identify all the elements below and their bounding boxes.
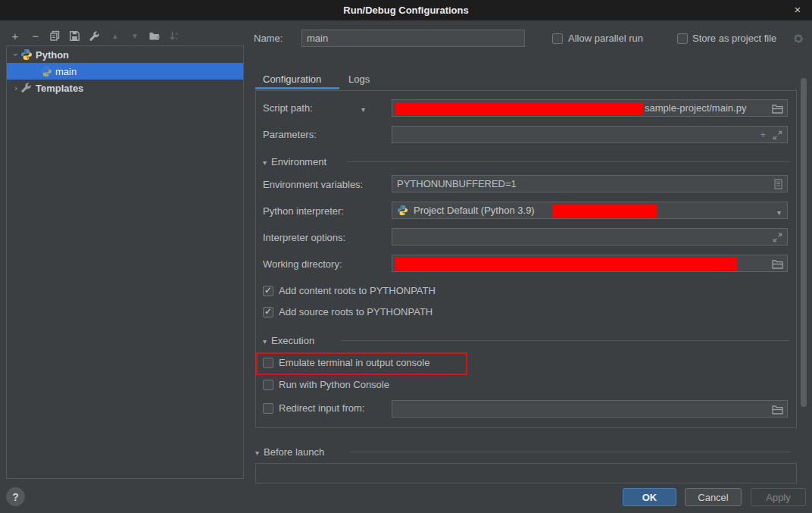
add-content-roots-label: Add content roots to PYTHONPATH (279, 285, 436, 296)
tree-item-label: main (55, 66, 77, 77)
redaction-block (395, 258, 738, 271)
move-down-button[interactable]: ▼ (127, 28, 142, 43)
execution-section-label: Execution (271, 335, 314, 346)
name-value: main (307, 33, 328, 44)
emulate-terminal-label: Emulate terminal in output console (279, 357, 429, 368)
store-as-project-file-checkbox[interactable] (677, 33, 688, 44)
save-icon (69, 30, 80, 42)
add-source-roots-label: Add source roots to PYTHONPATH (279, 306, 433, 317)
add-configuration-button[interactable]: + (8, 28, 23, 43)
dialog-title: Run/Debug Configurations (343, 5, 468, 16)
sort-az-icon: az (169, 30, 180, 42)
tree-item-main[interactable]: main (7, 63, 243, 80)
working-directory-input[interactable] (392, 255, 788, 272)
close-icon[interactable]: × (791, 3, 804, 17)
python-interpreter-value: Project Default (Python 3.9) (414, 205, 535, 216)
collapse-triangle-icon[interactable]: ▾ (263, 337, 267, 346)
add-content-roots-checkbox[interactable] (263, 286, 273, 296)
expand-field-icon[interactable] (773, 130, 782, 140)
copy-icon (49, 30, 61, 42)
before-launch-task-list[interactable] (255, 463, 797, 483)
redaction-block (552, 205, 657, 217)
python-interpreter-select[interactable]: Project Default (Python 3.9) ▾ (392, 202, 788, 219)
redirect-input-label: Redirect input from: (279, 402, 364, 414)
redirect-input-checkbox[interactable] (263, 403, 273, 414)
combo-dropdown-icon[interactable]: ▾ (777, 208, 781, 217)
chevron-right-icon[interactable]: › (11, 83, 20, 92)
redirect-input-file-input[interactable] (392, 400, 788, 418)
name-input[interactable]: main (301, 30, 525, 47)
collapse-triangle-icon[interactable]: ▾ (255, 449, 259, 457)
vertical-scrollbar[interactable] (801, 78, 807, 407)
allow-parallel-run-label: Allow parallel run (568, 33, 643, 44)
name-label: Name: (254, 33, 283, 44)
interpreter-options-input[interactable] (392, 228, 788, 246)
interpreter-options-label: Interpreter options: (263, 232, 345, 243)
tree-item-python[interactable]: › Python (7, 46, 243, 63)
chevron-down-icon[interactable]: › (11, 50, 20, 59)
wrench-icon (20, 82, 33, 94)
before-launch-section-label: Before launch (264, 446, 324, 458)
tree-item-templates[interactable]: › Templates (7, 80, 243, 96)
tab-configuration[interactable]: Configuration (263, 74, 321, 85)
help-button[interactable]: ? (6, 487, 25, 506)
move-up-button[interactable]: ▲ (108, 28, 123, 43)
env-variables-label: Environment variables: (263, 179, 363, 190)
python-logo-icon (397, 205, 409, 217)
tab-logs[interactable]: Logs (348, 74, 370, 85)
script-path-label: Script path: (263, 102, 313, 114)
copy-configuration-button[interactable] (47, 28, 62, 43)
parameters-input[interactable]: + (392, 126, 788, 143)
emulate-terminal-checkbox[interactable] (263, 358, 273, 368)
save-configuration-button[interactable] (67, 28, 82, 43)
add-source-roots-checkbox[interactable] (263, 307, 273, 317)
edit-templates-button[interactable] (86, 28, 102, 43)
svg-text:z: z (175, 36, 177, 41)
script-path-input[interactable]: sample-project/main.py (392, 99, 788, 117)
insert-macro-plus-icon[interactable]: + (760, 129, 766, 140)
working-directory-label: Working directory: (263, 258, 342, 270)
python-logo-icon (20, 48, 33, 61)
configurations-tree: › Python main › Templates (6, 45, 244, 479)
allow-parallel-run-checkbox[interactable] (552, 33, 563, 44)
arrow-down-icon: ▼ (131, 32, 139, 40)
wrench-icon (89, 30, 100, 42)
plus-icon: + (12, 30, 19, 42)
env-variables-input[interactable]: PYTHONUNBUFFERED=1 (392, 175, 788, 192)
svg-text:a: a (175, 31, 178, 36)
parameters-label: Parameters: (263, 129, 317, 140)
minus-icon: − (33, 30, 39, 42)
run-with-python-console-checkbox[interactable] (263, 380, 273, 390)
apply-button[interactable]: Apply (751, 488, 806, 506)
browse-variables-icon[interactable] (773, 179, 783, 189)
section-divider (350, 452, 790, 452)
question-mark-icon: ? (12, 491, 19, 503)
tree-item-label: Python (36, 49, 69, 61)
gear-icon[interactable] (792, 33, 804, 45)
active-tab-underline (255, 87, 339, 89)
python-run-config-icon (40, 65, 52, 77)
remove-configuration-button[interactable]: − (28, 28, 43, 43)
sort-configurations-button[interactable]: az (167, 28, 182, 43)
dialog-titlebar: Run/Debug Configurations (0, 0, 812, 20)
folder-icon[interactable] (772, 405, 783, 414)
run-with-python-console-label: Run with Python Console (279, 379, 389, 390)
redaction-block (395, 102, 643, 115)
env-variables-value: PYTHONUNBUFFERED=1 (397, 178, 517, 189)
store-as-project-file-label: Store as project file (692, 33, 776, 44)
script-path-value: sample-project/main.py (645, 102, 746, 114)
environment-section-label: Environment (271, 156, 326, 167)
ok-button[interactable]: OK (623, 488, 676, 506)
arrow-up-icon: ▲ (111, 32, 119, 40)
folder-icon[interactable] (772, 259, 783, 269)
expand-field-icon[interactable] (773, 233, 782, 242)
collapse-triangle-icon[interactable]: ▾ (263, 158, 267, 167)
run-debug-configurations-dialog: Run/Debug Configurations × + − ▲ ▼ az › … (0, 0, 812, 513)
tree-item-label: Templates (36, 83, 83, 94)
section-divider (341, 340, 790, 341)
folder-icon[interactable] (772, 104, 783, 114)
python-interpreter-label: Python interpreter: (263, 205, 344, 217)
script-path-dropdown-icon[interactable]: ▾ (361, 105, 365, 114)
new-folder-button[interactable] (147, 28, 162, 43)
cancel-button[interactable]: Cancel (685, 488, 742, 506)
